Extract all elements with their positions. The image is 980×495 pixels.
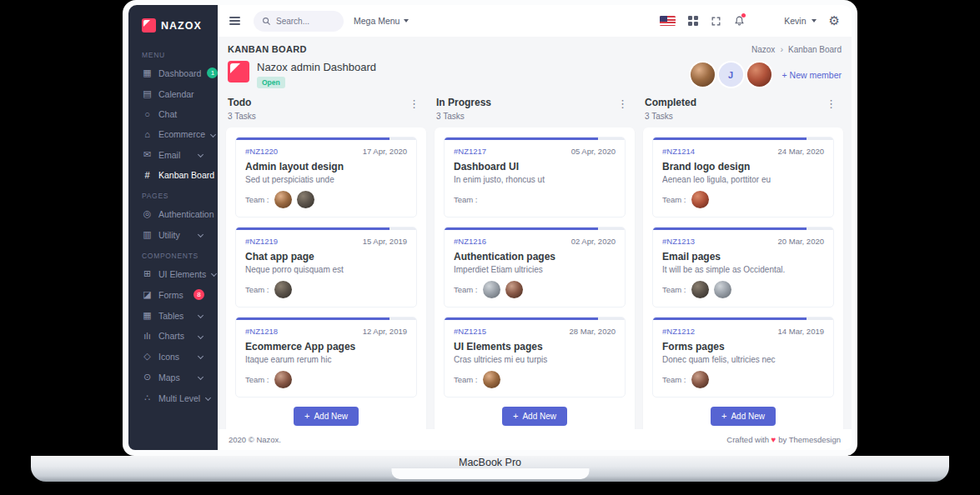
task-card[interactable]: #NZ1214 24 Mar, 2020 Brand logo design A… [652,137,834,218]
page-title: KANBAN BOARD [228,44,307,54]
sidebar-item-utility[interactable]: ▥ Utility [128,224,218,245]
apps-grid-icon[interactable] [688,16,699,27]
sidebar-item-forms[interactable]: ◪ Forms 8 [128,284,218,305]
menu-toggle-icon[interactable] [226,13,244,28]
sidebar-item-dashboard[interactable]: ▦ Dashboard 1 [128,62,218,83]
search-box[interactable] [254,11,344,32]
email-icon: ✉ [142,149,153,160]
task-id[interactable]: #NZ1218 [245,327,278,336]
add-new-button[interactable]: + Add New [294,407,359,426]
task-title: Ecommerce App pages [245,341,407,352]
brand-logo-icon [142,18,156,32]
task-id[interactable]: #NZ1217 [454,147,486,156]
task-date: 28 Mar, 2020 [570,327,616,336]
task-card[interactable]: #NZ1220 17 Apr, 2020 Admin layout design… [235,137,417,218]
task-card[interactable]: #NZ1217 05 Apr, 2020 Dashboard UI In eni… [444,137,626,218]
tables-icon: ▦ [142,310,153,321]
task-card[interactable]: #NZ1215 28 Mar, 2020 UI Elements pages C… [444,317,626,398]
forms-icon: ◪ [142,289,153,300]
add-new-button[interactable]: + Add New [502,407,567,426]
task-title: Chat app page [245,251,407,262]
breadcrumb-item[interactable]: Nazox [751,45,775,54]
task-id[interactable]: #NZ1212 [662,327,695,336]
sidebar-item-label: Authentication [158,209,214,219]
sidebar-item-kanban-board[interactable]: # Kanban Board [128,165,218,185]
avatar [297,191,314,208]
column-menu-icon[interactable]: ⋮ [614,97,631,111]
add-new-label: Add New [522,412,556,421]
sidebar-item-maps[interactable]: ⊙ Maps [128,367,218,388]
sidebar-item-tables[interactable]: ▦ Tables [128,305,218,326]
task-id[interactable]: #NZ1215 [454,327,486,336]
task-title: Email pages [662,251,824,262]
new-member-button[interactable]: + New member [782,70,842,80]
column-menu-icon[interactable]: ⋮ [405,97,423,111]
breadcrumb-separator-icon: › [780,44,783,54]
avatar-initial[interactable]: J [719,62,743,87]
sidebar-item-email[interactable]: ✉ Email [128,144,218,165]
task-id[interactable]: #NZ1213 [662,237,695,246]
sidebar-item-icons[interactable]: ◇ Icons [128,346,218,367]
avatar [505,281,523,298]
search-input[interactable] [276,17,334,26]
task-date: 20 Mar, 2020 [778,237,824,246]
user-name: Kevin [784,16,806,26]
chevron-down-icon [198,374,204,380]
avatar [274,191,292,208]
sidebar-item-ui-elements[interactable]: ⊞ UI Elements [128,263,218,284]
mega-menu-button[interactable]: Mega Menu [354,16,409,26]
sidebar-item-charts[interactable]: ılı Charts [128,326,218,346]
app-window: NAZOX MENU ▦ Dashboard 1 ▤ Calendar ○ Ch… [128,5,852,450]
notifications-bell-icon[interactable] [734,15,745,27]
macbook-screen: NAZOX MENU ▦ Dashboard 1 ▤ Calendar ○ Ch… [123,0,857,456]
task-date: 15 Apr, 2019 [363,237,407,246]
add-new-button[interactable]: + Add New [711,407,776,426]
column-body: #NZ1220 17 Apr, 2020 Admin layout design… [226,128,426,429]
sidebar-item-label: Dashboard [158,68,201,78]
sidebar-section-components: COMPONENTS [128,245,218,263]
task-title: Dashboard UI [454,161,616,172]
brand-logo[interactable]: NAZOX [128,13,218,44]
user-avatar [757,10,779,32]
sidebar-item-label: Email [158,150,180,160]
column-menu-icon[interactable]: ⋮ [822,97,840,111]
column-body: #NZ1214 24 Mar, 2020 Brand logo design A… [643,128,843,429]
task-id[interactable]: #NZ1216 [454,237,486,246]
task-description: In enim justo, rhoncus ut [454,175,616,184]
sidebar-item-multi-level[interactable]: ∴ Multi Level [128,388,218,408]
team-strip: J + New member [691,62,842,87]
task-description: Cras ultricies mi eu turpis [454,355,616,364]
fullscreen-icon[interactable] [711,16,721,27]
language-flag-icon[interactable] [660,16,676,26]
settings-gear-icon[interactable]: ⚙ [829,13,840,28]
sidebar-section-menu: MENU [128,44,218,62]
chevron-down-icon [198,332,204,338]
footer-credit: Crafted with ♥ by Themesdesign [726,435,841,444]
task-id[interactable]: #NZ1214 [662,147,695,156]
user-menu[interactable]: Kevin [757,10,816,32]
team-label: Team : [454,285,478,294]
sidebar-item-chat[interactable]: ○ Chat [128,104,218,124]
sidebar-item-calendar[interactable]: ▤ Calendar [128,83,218,104]
task-card[interactable]: #NZ1218 12 Apr, 2019 Ecommerce App pages… [235,317,417,398]
avatar[interactable] [747,62,771,87]
task-card[interactable]: #NZ1216 02 Apr, 2020 Authentication page… [444,227,626,308]
task-id[interactable]: #NZ1219 [245,237,278,246]
task-id[interactable]: #NZ1220 [245,147,278,156]
macbook-notch [391,468,589,479]
macbook-base: MacBook Pro [31,456,949,482]
column-task-count: 3 Tasks [645,112,696,121]
avatar[interactable] [691,62,715,87]
task-card[interactable]: #NZ1219 15 Apr, 2019 Chat app page Neque… [235,227,417,308]
column-title: In Progress [436,97,491,108]
sidebar-item-ecommerce[interactable]: ⌂ Ecommerce [128,124,218,144]
avatar [483,281,500,298]
utility-icon: ▥ [142,229,153,240]
main-area: Mega Menu [218,5,852,450]
kanban-board: Todo 3 Tasks ⋮ #NZ122 [226,97,843,429]
sidebar-item-label: Forms [158,290,183,300]
page-content: KANBAN BOARD Nazox › Kanban Board Nazox … [218,37,852,429]
sidebar-item-authentication[interactable]: ◎ Authentication [128,203,218,224]
task-card[interactable]: #NZ1213 20 Mar, 2020 Email pages It will… [652,227,834,308]
task-card[interactable]: #NZ1212 14 Mar, 2019 Forms pages Donec q… [652,317,834,398]
